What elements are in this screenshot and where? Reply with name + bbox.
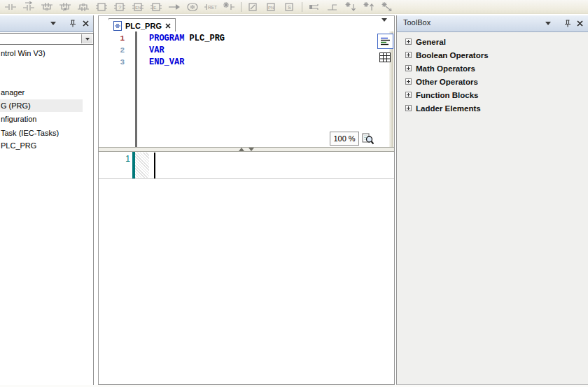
insert-box-icon[interactable]: ? <box>111 1 129 13</box>
zoom-level-box[interactable]: 100 % <box>330 132 359 146</box>
toolbox-item-general[interactable]: General <box>397 35 588 48</box>
declaration-editor[interactable]: 1PROGRAM PLC_PRG 2VAR 3END_VAR 100 % <box>99 31 394 147</box>
svg-text:?: ? <box>118 4 122 10</box>
editor-splitter[interactable] <box>99 147 394 152</box>
expand-plus-icon[interactable] <box>405 105 412 111</box>
expand-plus-icon[interactable] <box>405 38 412 45</box>
insert-contact-right-icon[interactable] <box>20 1 38 13</box>
editor-panel: PLC_PRG 1PROGRAM PLC_PRG 2VAR 3END_VAR <box>98 15 395 385</box>
close-icon[interactable] <box>575 18 584 28</box>
toolbox-panel: ToolBox General Boolean Operators Math O… <box>396 15 588 385</box>
splitter-down-icon[interactable] <box>248 148 254 151</box>
insert-negated-parallel-contact-below-icon[interactable] <box>56 1 74 13</box>
textual-view-button[interactable] <box>377 34 393 49</box>
insert-empty-box-with-en-eno-icon[interactable]: E. <box>147 1 165 13</box>
tree-item-plc-prg[interactable]: G (PRG) <box>1 100 31 111</box>
insert-coil-icon[interactable] <box>183 1 202 13</box>
toolbox-item-other-operators[interactable]: Other Operators <box>397 75 588 88</box>
devices-panel: ntrol Win V3) anager G (PRG) nfiguration… <box>0 15 94 385</box>
svg-text:PN: PN <box>268 5 274 9</box>
tab-close-icon[interactable] <box>165 23 171 29</box>
svg-text:S: S <box>288 5 291 10</box>
set-reset-icon[interactable]: S <box>281 1 299 13</box>
toolbox-item-label: Math Operators <box>416 64 475 73</box>
toolbox-item-math-operators[interactable]: Math Operators <box>397 62 588 75</box>
insert-contact-icon[interactable] <box>1 1 20 13</box>
code-text: PLC_PRG <box>184 34 225 43</box>
keyword: PROGRAM <box>149 34 184 43</box>
expand-plus-icon[interactable] <box>405 65 412 71</box>
toolbox-header: ToolBox <box>397 15 588 32</box>
line-number: 3 <box>99 57 130 69</box>
insert-branch-icon[interactable] <box>305 1 323 13</box>
code-line[interactable]: 3END_VAR <box>99 57 394 69</box>
line-number: 1 <box>99 33 130 45</box>
pin-icon[interactable] <box>67 18 77 28</box>
insert-return-icon[interactable]: RET <box>202 1 220 13</box>
code-line[interactable]: 2VAR <box>99 45 394 57</box>
expand-plus-icon[interactable] <box>405 52 412 58</box>
toolbox-title: ToolBox <box>403 18 430 27</box>
insert-network-below-icon[interactable] <box>342 1 360 13</box>
insert-box-with-en-eno-icon[interactable]: EN <box>129 1 147 13</box>
line-number: 2 <box>99 45 130 57</box>
tree-item-device[interactable]: ntrol Win V3) <box>1 48 46 59</box>
close-icon[interactable] <box>80 18 90 28</box>
tree-item-manager[interactable]: anager <box>1 87 24 98</box>
window-position-icon[interactable] <box>543 18 553 28</box>
toolbox-item-boolean-operators[interactable]: Boolean Operators <box>397 48 588 62</box>
keyword: END_VAR <box>149 57 184 67</box>
toolbar-separator <box>302 2 302 12</box>
svg-text:EN: EN <box>135 5 141 9</box>
insert-empty-network-icon[interactable] <box>378 1 396 13</box>
chevron-down-icon[interactable] <box>81 34 92 43</box>
expand-plus-icon[interactable] <box>405 78 412 85</box>
selected-drop-target[interactable] <box>135 153 149 178</box>
tree-item-task-plc-prg[interactable]: PLC_PRG <box>1 140 36 151</box>
tabular-view-button[interactable] <box>379 51 391 63</box>
tab-plc-prg[interactable]: PLC_PRG <box>108 18 176 32</box>
window-position-icon[interactable] <box>48 18 58 28</box>
insert-branch-below-icon[interactable] <box>323 1 342 13</box>
text-cursor <box>154 153 155 178</box>
toolbox-list: General Boolean Operators Math Operators… <box>397 31 588 384</box>
insert-jump-icon[interactable] <box>165 1 183 13</box>
svg-text:E.: E. <box>153 5 158 9</box>
keyword: VAR <box>149 45 164 55</box>
toolbox-item-label: Function Blocks <box>416 91 478 99</box>
negation-icon[interactable] <box>244 1 262 13</box>
insert-parallel-contact-above-icon[interactable] <box>74 1 92 13</box>
toolbox-item-label: Ladder Elements <box>416 104 481 113</box>
toolbox-item-label: Boolean Operators <box>416 51 489 59</box>
zoom-button[interactable] <box>360 132 374 146</box>
toolbox-item-function-blocks[interactable]: Function Blocks <box>397 88 588 101</box>
insert-network-above-icon[interactable] <box>360 1 378 13</box>
svg-text:RET: RET <box>208 5 217 10</box>
toolbox-item-ladder-elements[interactable]: Ladder Elements <box>397 101 588 115</box>
devices-panel-header <box>0 15 93 32</box>
code-line[interactable]: 1PROGRAM PLC_PRG <box>99 33 394 45</box>
network-divider <box>99 178 394 179</box>
splitter-up-icon[interactable] <box>239 148 244 151</box>
edge-detection-icon[interactable]: PN <box>262 1 281 13</box>
toolbox-item-label: General <box>416 38 446 46</box>
ladder-pou-icon <box>113 21 122 31</box>
network-number: 1 <box>120 154 130 164</box>
ladder-editor[interactable]: 1 <box>99 152 394 384</box>
toolbox-item-label: Other Operators <box>416 78 478 86</box>
ladder-toolbar: ? EN E. RET PN S <box>0 0 588 14</box>
devices-combobox[interactable] <box>0 33 94 45</box>
editor-tab-bar: PLC_PRG <box>99 16 394 32</box>
toolbar-separator <box>241 2 241 12</box>
pin-icon[interactable] <box>562 18 572 28</box>
tree-item-task-config[interactable]: nfiguration <box>1 113 36 125</box>
insert-input-icon[interactable] <box>220 1 238 13</box>
insert-empty-box-icon[interactable] <box>92 1 111 13</box>
tree-item-main-task[interactable]: Task (IEC-Tasks) <box>1 127 59 139</box>
expand-plus-icon[interactable] <box>405 92 412 98</box>
tab-label: PLC_PRG <box>125 22 162 30</box>
insert-parallel-contact-below-icon[interactable] <box>38 1 56 13</box>
